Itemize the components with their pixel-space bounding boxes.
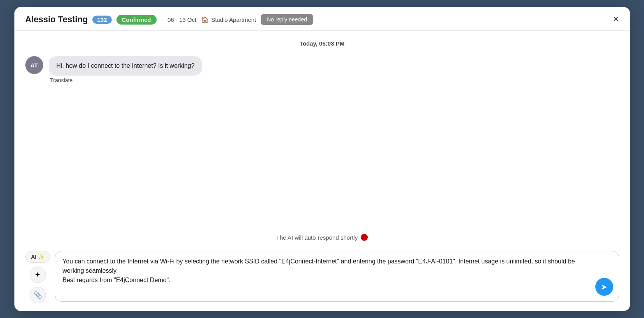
send-icon: ➤ [601,282,607,292]
ai-notice-dot [361,234,368,241]
message-bubble: Hi, how do I connect to the Internet? Is… [49,56,203,76]
composer-left-actions: AI ✨ ✦ 📎 [25,251,51,303]
magic-button[interactable]: ✦ [30,267,46,283]
avatar: AT [25,56,43,74]
send-button[interactable]: ➤ [595,278,613,296]
chat-modal: Alessio Testing 132 Confirmed · 06 - 13 … [14,7,630,311]
close-button[interactable]: × [613,14,619,24]
separator-dot: · [161,16,163,23]
property-name: 🏠 Studio Apartment [201,16,256,23]
message-timestamp: Today, 05:03 PM [25,40,619,47]
message-count-badge: 132 [92,16,111,24]
guest-name: Alessio Testing [25,14,88,25]
modal-header: Alessio Testing 132 Confirmed · 06 - 13 … [14,7,630,31]
paperclip-icon: 📎 [34,291,42,299]
message-content: Hi, how do I connect to the Internet? Is… [49,56,203,83]
composer-input-wrap: ➤ [55,251,619,302]
composer-area: AI ✨ ✦ 📎 ➤ [14,246,630,311]
house-icon: 🏠 [201,16,209,23]
ai-toggle-button[interactable]: AI ✨ [25,251,51,263]
status-badge: Confirmed [116,15,157,25]
booking-dates: 06 - 13 Oct [168,16,196,23]
ai-notice: The AI will auto-respond shortly [25,234,619,241]
magic-icon: ✦ [35,270,41,279]
chat-body: Today, 05:03 PM AT Hi, how do I connect … [14,31,630,246]
translate-link[interactable]: Translate [49,77,203,83]
no-reply-badge: No reply needed [261,14,313,25]
attach-button[interactable]: 📎 [30,287,46,303]
message-input[interactable] [62,257,595,294]
message-row: AT Hi, how do I connect to the Internet?… [25,56,619,83]
